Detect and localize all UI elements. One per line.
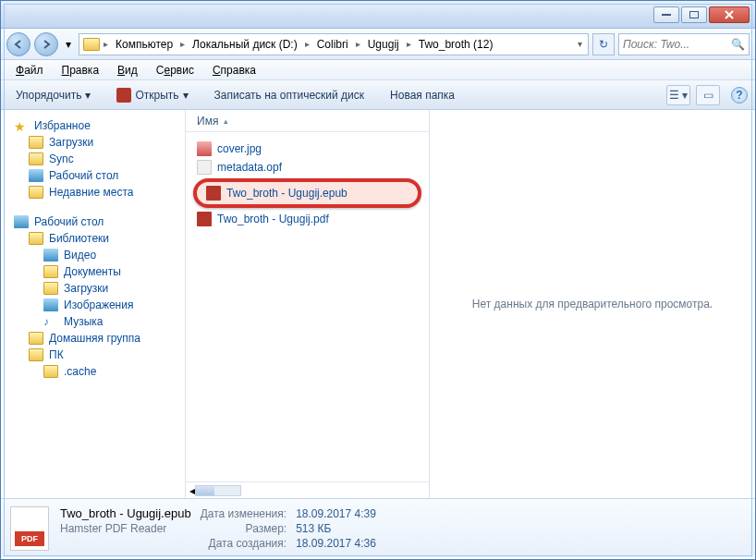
details-filename: Two_broth - Ugugij.epub [60,506,191,520]
back-button[interactable] [6,32,30,56]
column-name[interactable]: Имя [197,115,218,128]
menu-file[interactable]: Файл [8,62,51,79]
details-created-label: Дата создания: [201,537,287,550]
address-dropdown-icon[interactable]: ▾ [576,39,584,49]
menu-view[interactable]: Вид [110,62,145,79]
sort-arrow-icon: ▴ [224,116,228,126]
sidebar-item-documents[interactable]: Документы [1,263,185,280]
details-size-value: 513 КБ [296,522,376,535]
organize-button[interactable]: Упорядочить ▾ [8,86,98,104]
preview-pane: Нет данных для предварительного просмотр… [430,110,755,498]
refresh-button[interactable]: ↻ [592,33,615,55]
music-icon: ♪ [43,315,58,328]
toolbar: Упорядочить ▾ Открыть ▾ Записать на опти… [1,80,755,110]
star-icon: ★ [14,119,29,132]
file-row-epub-selected[interactable]: Two_broth - Ugugij.epub [193,178,421,208]
homegroup-icon [29,332,43,345]
open-button[interactable]: Открыть ▾ [109,85,195,105]
horizontal-scrollbar[interactable]: ◂ [186,481,429,498]
forward-button[interactable] [34,32,58,56]
details-file-icon: PDF [10,506,49,551]
opf-icon [197,160,212,175]
sidebar-libraries[interactable]: Библиотеки [1,230,185,247]
preview-pane-button[interactable]: ▭ [696,85,720,105]
history-dropdown[interactable]: ▾ [62,32,75,56]
burn-button[interactable]: Записать на оптический диск [207,86,372,104]
crumb-twobroth[interactable]: Two_broth (12) [415,36,497,53]
details-app: Hamster PDF Reader [60,522,191,535]
column-header[interactable]: Имя ▴ [186,110,429,132]
sidebar-item-downloads[interactable]: Загрузки [1,134,185,151]
folder-icon [29,136,43,149]
file-row-pdf[interactable]: Two_broth - Ugugij.pdf [189,210,425,228]
preview-empty-text: Нет данных для предварительного просмотр… [472,298,713,310]
crumb-computer[interactable]: Компьютер [112,36,177,53]
chevron-right-icon: ▸ [178,39,187,49]
video-icon [43,249,58,262]
documents-icon [43,265,58,278]
sidebar-item-video[interactable]: Видео [1,247,185,263]
crumb-colibri[interactable]: Colibri [313,36,352,53]
menu-help[interactable]: Справка [205,62,263,79]
folder-icon [43,282,58,295]
close-button[interactable] [709,6,750,23]
sidebar-item-recent[interactable]: Недавние места [1,184,185,201]
explorer-window: ▾ ▸ Компьютер ▸ Локальный диск (D:) ▸ Co… [0,0,756,560]
folder-icon [29,186,43,199]
folder-icon [83,38,100,51]
search-icon: 🔍 [731,38,745,51]
libraries-icon [29,232,43,245]
sidebar-favorites[interactable]: ★Избранное [1,117,185,134]
chevron-down-icon: ▾ [85,89,91,102]
file-list: cover.jpg metadata.opf Two_broth - Ugugi… [186,132,429,481]
search-box[interactable]: 🔍 [618,33,750,55]
sidebar-item-music[interactable]: ♪Музыка [1,313,185,330]
folder-icon [29,348,43,361]
chevron-right-icon: ▸ [354,39,362,49]
folder-icon [29,152,43,165]
chevron-down-icon: ▾ [183,89,189,102]
epub-icon [206,186,221,201]
help-button[interactable]: ? [731,87,748,103]
sidebar-item-desktop[interactable]: Рабочий стол [1,167,185,184]
navbar: ▾ ▸ Компьютер ▸ Локальный диск (D:) ▸ Co… [1,29,755,60]
chevron-right-icon: ▸ [102,39,110,49]
sidebar-pc[interactable]: ПК [1,347,185,363]
desktop-icon [29,169,43,182]
view-mode-button[interactable]: ☰ ▾ [666,85,690,105]
details-modified-value: 18.09.2017 4:39 [296,507,376,520]
address-bar[interactable]: ▸ Компьютер ▸ Локальный диск (D:) ▸ Coli… [79,33,589,55]
svg-rect-0 [662,14,671,16]
details-size-label: Размер: [201,522,287,535]
minimize-button[interactable] [653,6,679,23]
sidebar-item-sync[interactable]: Sync [1,151,185,167]
sidebar-item-downloads2[interactable]: Загрузки [1,280,185,297]
sidebar-cache[interactable]: .cache [1,363,185,380]
sidebar: ★Избранное Загрузки Sync Рабочий стол Не… [1,110,186,498]
chevron-right-icon: ▸ [405,39,413,49]
crumb-ugugij[interactable]: Ugugij [364,36,403,53]
file-pane: Имя ▴ cover.jpg metadata.opf Two_broth -… [186,110,430,498]
content-area: Имя ▴ cover.jpg metadata.opf Two_broth -… [186,110,755,498]
details-pane: PDF Two_broth - Ugugij.epub Дата изменен… [1,498,755,557]
search-input[interactable] [623,38,731,51]
file-icon [116,88,131,103]
main-area: ★Избранное Загрузки Sync Рабочий стол Не… [1,110,755,498]
crumb-disk[interactable]: Локальный диск (D:) [189,36,301,53]
menu-tools[interactable]: Сервис [149,62,201,79]
details-created-value: 18.09.2017 4:36 [296,537,376,550]
details-modified-label: Дата изменения: [201,507,287,520]
sidebar-desktop[interactable]: Рабочий стол [1,213,185,230]
new-folder-button[interactable]: Новая папка [383,86,462,104]
chevron-right-icon: ▸ [303,39,311,49]
pdf-icon [197,212,212,226]
file-row-cover[interactable]: cover.jpg [189,140,425,158]
file-row-metadata[interactable]: metadata.opf [189,158,425,177]
menubar: Файл Правка Вид Сервис Справка [1,60,755,80]
sidebar-homegroup[interactable]: Домашняя группа [1,330,185,347]
pictures-icon [43,298,58,311]
svg-rect-1 [689,11,699,18]
maximize-button[interactable] [681,6,707,23]
sidebar-item-pictures[interactable]: Изображения [1,297,185,313]
menu-edit[interactable]: Правка [55,62,107,79]
